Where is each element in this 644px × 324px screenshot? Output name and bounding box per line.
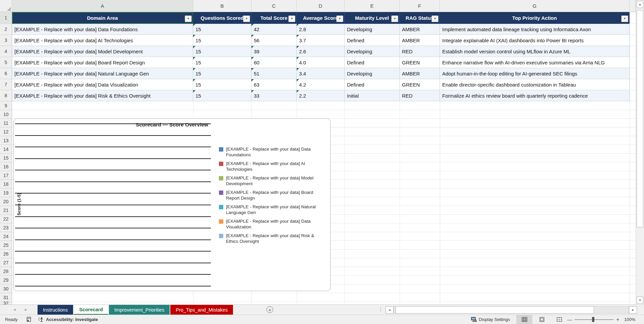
table-cell[interactable]: Defined [345, 35, 400, 46]
row-header-6[interactable]: 6 [0, 68, 12, 79]
table-cell[interactable]: Enable director-specific dashboard custo… [440, 79, 630, 90]
row-header-27[interactable]: 27 [0, 258, 12, 267]
table-cell[interactable]: 39 [251, 46, 297, 57]
filter-dropdown-icon[interactable]: ▾ [185, 15, 192, 22]
zoom-level-label[interactable]: 100% [624, 315, 635, 324]
row-header-30[interactable]: 30 [0, 284, 12, 293]
legend-item[interactable]: [EXAMPLE - Replace with your data] Natur… [219, 204, 319, 215]
tab-overflow-dots-icon[interactable]: ⋮ [378, 306, 383, 312]
table-cell[interactable]: 2.2 [297, 90, 345, 101]
table-header-rag-status[interactable]: RAG Status▾ [400, 12, 440, 24]
hscroll-left-icon[interactable]: ◂ [386, 306, 394, 314]
zoom-out-button[interactable]: — [567, 315, 572, 324]
column-header-partial[interactable] [630, 0, 636, 12]
table-header-average-score[interactable]: Average Score▾ [297, 12, 345, 24]
table-cell[interactable]: 56 [251, 35, 297, 46]
new-sheet-button[interactable]: + [267, 306, 273, 313]
table-cell[interactable]: 15 [193, 46, 251, 57]
table-cell[interactable]: 15 [193, 57, 251, 68]
filter-dropdown-icon[interactable]: ▾ [336, 15, 343, 22]
column-header-g[interactable]: G [440, 0, 630, 12]
row-header-17[interactable]: 17 [0, 171, 12, 180]
filter-dropdown-icon[interactable]: ▾ [431, 15, 438, 22]
table-cell[interactable]: 60 [251, 57, 297, 68]
table-cell[interactable]: [EXAMPLE - Replace with your data] Model… [12, 46, 193, 57]
table-cell[interactable]: Developing [345, 46, 400, 57]
table-cell[interactable]: [EXAMPLE - Replace with your data] Data … [12, 24, 193, 35]
row-header-4[interactable]: 4 [0, 46, 12, 57]
row-header-32[interactable]: 32 [0, 302, 12, 305]
row-header-8[interactable]: 8 [0, 90, 12, 101]
row-header-25[interactable]: 25 [0, 241, 12, 250]
table-cell[interactable]: 51 [251, 68, 297, 79]
filter-dropdown-icon[interactable]: ▾ [391, 15, 398, 22]
table-cell[interactable]: Integrate explainable AI (XAI) dashboard… [440, 35, 630, 46]
worksheet-grid[interactable]: Domain Area▾Questions Scored▾Total Score… [12, 12, 636, 305]
table-cell[interactable]: [EXAMPLE - Replace with your data] AI Te… [12, 35, 193, 46]
row-header-12[interactable]: 12 [0, 127, 12, 136]
row-header-11[interactable]: 11 [0, 119, 12, 127]
table-cell[interactable]: AMBER [400, 68, 440, 79]
table-cell[interactable]: 63 [251, 79, 297, 90]
table-cell[interactable]: Defined [345, 79, 400, 90]
row-header-10[interactable]: 10 [0, 110, 12, 119]
row-header-26[interactable]: 26 [0, 250, 12, 258]
accessibility-status-label[interactable]: Accessibility: Investigate [46, 315, 98, 324]
vertical-scrollbar[interactable]: ▴ ▾ [636, 0, 644, 305]
table-cell[interactable]: Enhance narrative flow with AI-driven ex… [440, 57, 630, 68]
legend-item[interactable]: [EXAMPLE - Replace with your data] Board… [219, 190, 319, 201]
table-cell[interactable]: 4.2 [297, 79, 345, 90]
sheet-tab-improvement_priorities[interactable]: Improvement_Priorities [109, 305, 170, 315]
table-cell[interactable]: Establish model version control using ML… [440, 46, 630, 57]
row-header-7[interactable]: 7 [0, 79, 12, 90]
table-cell[interactable]: 2.8 [297, 24, 345, 35]
table-cell[interactable]: Initial [345, 90, 400, 101]
row-header-15[interactable]: 15 [0, 154, 12, 162]
tab-scroll-right-icon[interactable]: ▸ [25, 307, 27, 312]
legend-item[interactable]: [EXAMPLE - Replace with your data] AI Te… [219, 161, 319, 172]
table-cell[interactable]: Implement automated data lineage trackin… [440, 24, 630, 35]
table-header-maturity-level[interactable]: Maturity Level▾ [345, 12, 400, 24]
sheet-tab-scorecard[interactable]: Scorecard [74, 305, 108, 315]
row-header-5[interactable]: 5 [0, 57, 12, 68]
sheet-tab-instructions[interactable]: Instructions [38, 305, 73, 315]
table-cell[interactable]: [EXAMPLE - Replace with your data] Board… [12, 57, 193, 68]
table-header-top-priority-action[interactable]: Top Priority Action▾ [440, 12, 630, 24]
table-header-total-score[interactable]: Total Score▾ [251, 12, 297, 24]
zoom-in-button[interactable]: + [616, 315, 619, 324]
table-cell[interactable]: Defined [345, 57, 400, 68]
row-header-21[interactable]: 21 [0, 206, 12, 215]
accessibility-icon[interactable] [38, 315, 45, 324]
row-header-3[interactable]: 3 [0, 35, 12, 46]
page-layout-view-button[interactable] [534, 315, 550, 324]
table-cell[interactable]: [EXAMPLE - Replace with your data] Natur… [12, 68, 193, 79]
row-header-19[interactable]: 19 [0, 188, 12, 197]
table-cell[interactable]: AMBER [400, 35, 440, 46]
row-header-22[interactable]: 22 [0, 215, 12, 223]
row-header-18[interactable]: 18 [0, 180, 12, 188]
table-cell[interactable]: RED [400, 90, 440, 101]
table-cell[interactable]: 15 [193, 68, 251, 79]
scroll-up-icon[interactable]: ▴ [637, 1, 643, 8]
table-cell[interactable]: [EXAMPLE - Replace with your data] Risk … [12, 90, 193, 101]
vertical-scrollbar-thumb[interactable] [637, 10, 643, 227]
table-header-domain-area[interactable]: Domain Area▾ [12, 12, 193, 24]
table-cell[interactable]: 15 [193, 79, 251, 90]
page-break-preview-button[interactable] [551, 315, 567, 324]
row-header-14[interactable]: 14 [0, 145, 12, 154]
column-header-e[interactable]: E [345, 0, 400, 12]
table-cell[interactable]: 3.7 [297, 35, 345, 46]
row-header-24[interactable]: 24 [0, 232, 12, 241]
hscroll-right-icon[interactable]: ▸ [629, 306, 637, 314]
row-header-2[interactable]: 2 [0, 24, 12, 35]
tab-scroll-left-icon[interactable]: ◂ [13, 307, 16, 312]
scroll-down-icon[interactable]: ▾ [637, 296, 643, 304]
table-cell[interactable]: 15 [193, 90, 251, 101]
row-header-13[interactable]: 13 [0, 136, 12, 145]
column-header-b[interactable]: B [193, 0, 251, 12]
filter-dropdown-icon[interactable]: ▾ [243, 15, 250, 22]
table-cell[interactable]: RED [400, 46, 440, 57]
table-cell[interactable]: [EXAMPLE - Replace with your data] Data … [12, 79, 193, 90]
display-settings-icon[interactable] [471, 315, 477, 324]
table-cell[interactable]: Formalize AI ethics review board with qu… [440, 90, 630, 101]
